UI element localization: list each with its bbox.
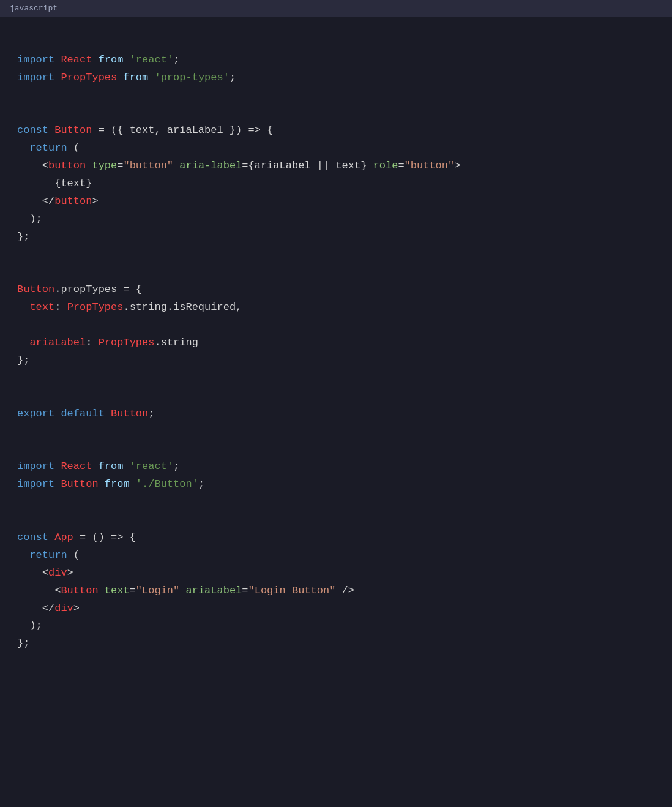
- blank-line: [17, 423, 655, 441]
- blank-line: [17, 317, 655, 334]
- code-line: {text}: [17, 175, 655, 193]
- code-line: import React from 'react';: [17, 458, 655, 476]
- code-line: };: [17, 635, 655, 653]
- blank-line: [17, 440, 655, 458]
- code-line: </button>: [17, 193, 655, 211]
- code-line: );: [17, 617, 655, 635]
- blank-line: [17, 34, 655, 51]
- code-line: </div>: [17, 600, 655, 618]
- code-line: <Button text="Login" ariaLabel="Login Bu…: [17, 582, 655, 600]
- code-line: const Button = ({ text, ariaLabel }) => …: [17, 122, 655, 140]
- blank-line: [17, 105, 655, 122]
- blank-line: [17, 246, 655, 264]
- blank-line: [17, 87, 655, 105]
- tab-label: javascript: [10, 4, 58, 13]
- code-line: const App = () => {: [17, 529, 655, 547]
- code-line: };: [17, 228, 655, 246]
- code-line: };: [17, 352, 655, 370]
- blank-line: [17, 264, 655, 282]
- code-line: import React from 'react';: [17, 51, 655, 69]
- code-line: );: [17, 211, 655, 228]
- tab-bar: javascript: [0, 0, 672, 17]
- blank-line: [17, 370, 655, 388]
- code-line: export default Button;: [17, 405, 655, 423]
- code-line: import PropTypes from 'prop-types';: [17, 69, 655, 87]
- code-line: <div>: [17, 565, 655, 582]
- code-line: ariaLabel: PropTypes.string: [17, 334, 655, 352]
- code-line: return (: [17, 547, 655, 565]
- code-line: <button type="button" aria-label={ariaLa…: [17, 157, 655, 175]
- blank-line: [17, 388, 655, 405]
- code-line: Button.propTypes = {: [17, 281, 655, 299]
- blank-line: [17, 511, 655, 529]
- editor-container: javascript import React from 'react';imp…: [0, 0, 672, 807]
- code-line: text: PropTypes.string.isRequired,: [17, 299, 655, 317]
- code-line: import Button from './Button';: [17, 476, 655, 494]
- code-area[interactable]: import React from 'react';import PropTyp…: [0, 17, 672, 670]
- blank-line: [17, 494, 655, 511]
- code-line: return (: [17, 140, 655, 157]
